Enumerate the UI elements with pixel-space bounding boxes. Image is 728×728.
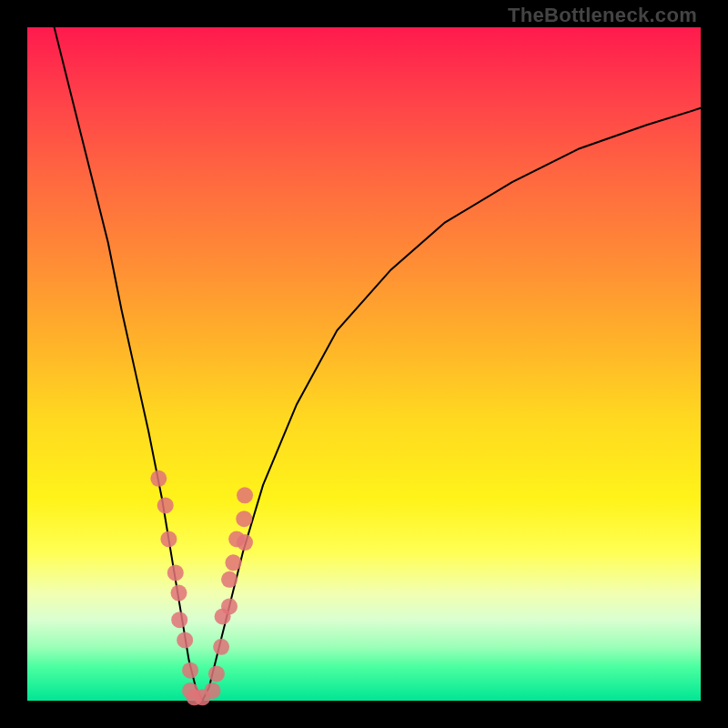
marker-point [171, 612, 187, 628]
marker-point [150, 470, 167, 487]
marker-point [237, 487, 253, 503]
marker-point [221, 571, 238, 588]
attribution-label: TheBottleneck.com [508, 4, 697, 27]
marker-point [225, 554, 241, 571]
chart-svg [27, 27, 701, 701]
series-right-branch [202, 108, 701, 701]
marker-point [171, 585, 187, 602]
marker-point [182, 662, 198, 679]
marker-point [208, 665, 225, 682]
marker-point [167, 564, 184, 581]
chart-frame: TheBottleneck.com [0, 0, 728, 728]
line-series-group [55, 27, 701, 701]
marker-point [205, 682, 221, 699]
marker-point [236, 511, 252, 527]
marker-point [177, 632, 193, 648]
marker-point [221, 598, 238, 614]
marker-point [213, 639, 229, 655]
marker-point [160, 531, 177, 547]
marker-point [157, 497, 174, 513]
plot-area [27, 27, 701, 701]
marker-point [237, 534, 253, 551]
markers-group [150, 470, 253, 706]
